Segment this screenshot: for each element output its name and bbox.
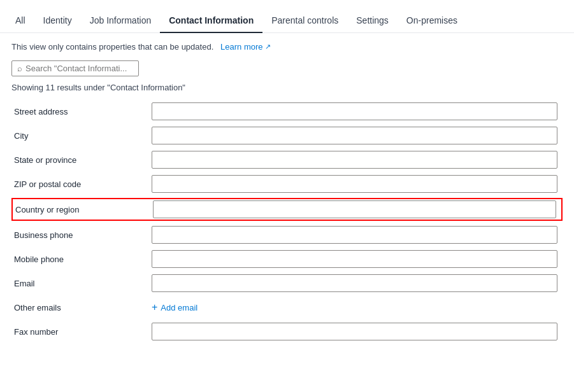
field-input-fax-number[interactable] bbox=[152, 323, 557, 340]
external-link-icon: ↗ bbox=[265, 43, 271, 51]
add-email-label: Add email bbox=[161, 303, 197, 312]
field-label-business-phone: Business phone bbox=[11, 230, 152, 240]
form-row-street-address: Street address bbox=[11, 101, 563, 122]
form-row-email: Email bbox=[11, 273, 563, 293]
field-input-business-phone[interactable] bbox=[152, 226, 557, 244]
tabs-container: AllIdentityJob InformationContact Inform… bbox=[0, 0, 574, 33]
form-table: Street addressCityState or provinceZIP o… bbox=[11, 101, 563, 342]
tab-all[interactable]: All bbox=[6, 15, 34, 33]
tab-parental-controls[interactable]: Parental controls bbox=[262, 15, 347, 33]
field-label-street-address: Street address bbox=[11, 107, 152, 116]
field-label-other-emails: Other emails bbox=[11, 303, 152, 312]
field-input-country-region[interactable] bbox=[153, 200, 556, 218]
field-label-zip-postal: ZIP or postal code bbox=[11, 179, 152, 189]
field-input-street-address[interactable] bbox=[152, 102, 557, 120]
field-label-mobile-phone: Mobile phone bbox=[11, 255, 152, 264]
field-label-city: City bbox=[11, 131, 152, 141]
tab-settings[interactable]: Settings bbox=[347, 15, 398, 33]
form-row-zip-postal: ZIP or postal code bbox=[11, 174, 563, 194]
tab-identity[interactable]: Identity bbox=[34, 15, 81, 33]
search-icon: ⌕ bbox=[17, 64, 22, 73]
search-input[interactable] bbox=[25, 64, 133, 73]
form-row-mobile-phone: Mobile phone bbox=[11, 249, 563, 269]
form-row-business-phone: Business phone bbox=[11, 225, 563, 245]
plus-icon: + bbox=[152, 302, 157, 312]
tab-job-information[interactable]: Job Information bbox=[81, 15, 161, 33]
field-input-mobile-phone[interactable] bbox=[152, 250, 557, 268]
field-label-country-region: Country or region bbox=[13, 205, 153, 214]
results-text: Showing 11 results under "Contact Inform… bbox=[11, 83, 563, 92]
tab-on-premises[interactable]: On-premises bbox=[398, 15, 466, 33]
field-label-fax-number: Fax number bbox=[11, 327, 152, 337]
info-bar: This view only contains properties that … bbox=[11, 42, 563, 52]
tab-contact-information[interactable]: Contact Information bbox=[160, 15, 262, 33]
form-row-city: City bbox=[11, 125, 563, 146]
field-input-zip-postal[interactable] bbox=[152, 175, 557, 193]
search-box[interactable]: ⌕ bbox=[11, 60, 139, 76]
add-email-button[interactable]: + Add email bbox=[152, 302, 197, 312]
form-row-country-region: Country or region bbox=[11, 198, 563, 221]
field-input-email[interactable] bbox=[152, 274, 557, 292]
field-input-state-province[interactable] bbox=[152, 151, 557, 169]
content-area: This view only contains properties that … bbox=[0, 33, 574, 357]
form-row-other-emails: Other emails+ Add email bbox=[11, 297, 563, 318]
form-row-state-province: State or province bbox=[11, 150, 563, 170]
field-input-city[interactable] bbox=[152, 127, 557, 144]
field-label-state-province: State or province bbox=[11, 155, 152, 165]
field-label-email: Email bbox=[11, 279, 152, 288]
learn-more-link[interactable]: Learn more ↗ bbox=[220, 42, 270, 52]
form-row-fax-number: Fax number bbox=[11, 321, 563, 342]
info-bar-text: This view only contains properties that … bbox=[11, 42, 213, 52]
